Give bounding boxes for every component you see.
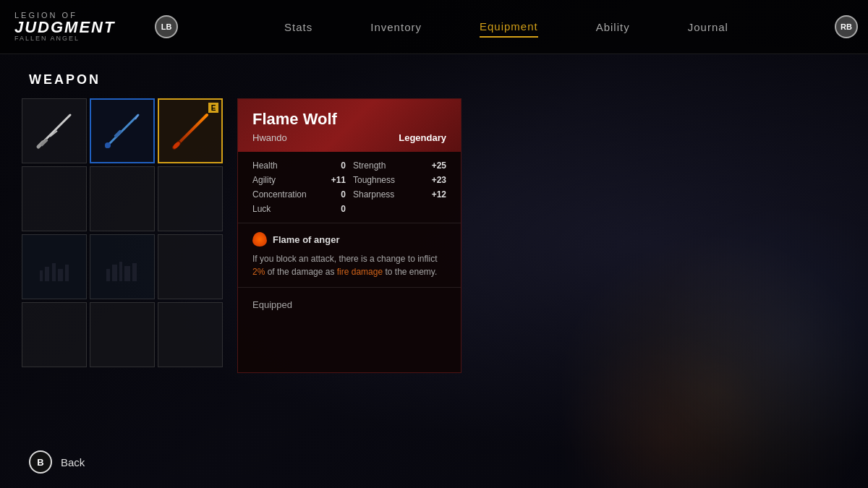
stat-toughness-label: Toughness: [353, 175, 395, 185]
item-name: Flame Wolf: [252, 110, 446, 129]
weapon-icon-white-sword: [31, 108, 78, 155]
weapon-slot-7[interactable]: [90, 234, 155, 299]
back-area[interactable]: B Back: [29, 450, 85, 474]
stat-concentration: Concentration 0: [252, 189, 346, 200]
stat-sharpness: Sharpness +12: [353, 189, 446, 200]
weapon-slot-9[interactable]: [22, 302, 87, 367]
stats-grid: Health 0 Strength +25 Agility +11 Toughn…: [238, 152, 461, 223]
svg-rect-12: [45, 267, 49, 281]
stat-luck: Luck 0: [252, 204, 346, 214]
rb-button[interactable]: RB: [835, 15, 858, 38]
game-logo: LEGION OF JUDGMENT FALLEN ANGEL: [14, 12, 115, 42]
svg-rect-19: [124, 266, 130, 281]
weapon-slot-6[interactable]: [22, 234, 87, 299]
weapon-icon-flame-sword: [167, 108, 214, 155]
weapon-slot-1[interactable]: [90, 98, 155, 163]
ability-header: Flame of anger: [252, 232, 446, 247]
tab-inventory[interactable]: Inventory: [370, 17, 422, 37]
weapon-slot-10[interactable]: [90, 302, 155, 367]
stat-health: Health 0: [252, 160, 346, 171]
ability-desc-end: to the enemy.: [383, 267, 437, 277]
item-header: Flame Wolf Hwando Legendary: [238, 99, 461, 152]
navigation-bar: LEGION OF JUDGMENT FALLEN ANGEL LB Stats…: [0, 0, 868, 54]
equipped-badge-e: E: [208, 103, 218, 113]
svg-line-4: [106, 115, 138, 147]
stat-concentration-value: 0: [324, 189, 346, 200]
logo-fallen-text: FALLEN ANGEL: [14, 35, 115, 42]
tab-stats[interactable]: Stats: [284, 17, 312, 37]
equipment-area: E: [0, 98, 868, 373]
ability-desc-middle: of the damage as: [265, 267, 336, 277]
stat-agility-label: Agility: [252, 175, 276, 185]
stat-strength-label: Strength: [353, 160, 386, 171]
lb-button[interactable]: LB: [155, 15, 178, 38]
weapon-icon-blue-sword: [99, 108, 146, 155]
svg-rect-20: [132, 263, 137, 281]
ability-desc-plain: If you block an attack, there is a chang…: [252, 254, 437, 264]
section-title: WEAPON: [0, 54, 868, 98]
stat-agility: Agility +11: [252, 175, 346, 185]
svg-rect-17: [112, 265, 117, 281]
nav-tabs: Stats Inventory Equipment Ability Journa…: [188, 17, 825, 38]
stat-luck-label: Luck: [252, 204, 271, 214]
equipped-section: Equipped: [238, 288, 461, 321]
weapon-slot-11[interactable]: [158, 302, 223, 367]
logo-judgment-text: JUDGMENT: [14, 20, 115, 35]
stat-strength: Strength +25: [353, 160, 446, 171]
svg-rect-16: [106, 269, 110, 281]
stat-health-value: 0: [324, 160, 346, 171]
stat-concentration-label: Concentration: [252, 189, 307, 200]
lb-button-area[interactable]: LB: [145, 15, 188, 38]
item-rarity: Legendary: [399, 132, 446, 143]
svg-rect-15: [65, 265, 69, 281]
stat-toughness: Toughness +23: [353, 175, 446, 185]
weapon-slot-3[interactable]: [22, 166, 87, 231]
stat-strength-value: +25: [425, 160, 446, 171]
stat-health-label: Health: [252, 160, 278, 171]
ability-desc-highlight2: fire damage: [337, 267, 383, 277]
ability-name: Flame of anger: [273, 234, 339, 245]
item-detail-panel: Flame Wolf Hwando Legendary Health 0 Str…: [237, 98, 461, 373]
svg-point-7: [105, 142, 111, 148]
logo-area: LEGION OF JUDGMENT FALLEN ANGEL: [0, 12, 145, 42]
weapon-slot-4[interactable]: [90, 166, 155, 231]
main-content: WEAPON: [0, 54, 868, 488]
stat-luck-value: 0: [324, 204, 346, 214]
b-button[interactable]: B: [29, 450, 52, 474]
svg-rect-18: [119, 262, 122, 281]
ability-section: Flame of anger If you block an attack, t…: [238, 223, 461, 288]
fire-icon: [252, 232, 267, 247]
ability-description: If you block an attack, there is a chang…: [252, 252, 446, 278]
weapon-slot-8[interactable]: [158, 234, 223, 299]
stat-sharpness-label: Sharpness: [353, 189, 394, 200]
svg-rect-13: [52, 263, 56, 281]
item-type: Hwando: [252, 132, 287, 143]
item-type-row: Hwando Legendary: [252, 132, 446, 143]
tab-equipment[interactable]: Equipment: [480, 17, 538, 38]
weapon-slot-2[interactable]: E: [158, 98, 223, 163]
tab-journal[interactable]: Journal: [688, 17, 728, 37]
stat-sharpness-value: +12: [425, 189, 446, 200]
rb-button-area[interactable]: RB: [825, 15, 868, 38]
tab-ability[interactable]: Ability: [596, 17, 630, 37]
stat-toughness-value: +23: [425, 175, 446, 185]
weapon-slot-5[interactable]: [158, 166, 223, 231]
weapon-grid: E: [22, 98, 223, 373]
svg-rect-14: [58, 269, 63, 281]
ability-desc-highlight1: 2%: [252, 267, 265, 277]
back-label: Back: [61, 456, 85, 468]
equipped-status: Equipped: [252, 299, 292, 310]
svg-rect-11: [40, 270, 43, 281]
stat-agility-value: +11: [324, 175, 346, 185]
weapon-slot-0[interactable]: [22, 98, 87, 163]
